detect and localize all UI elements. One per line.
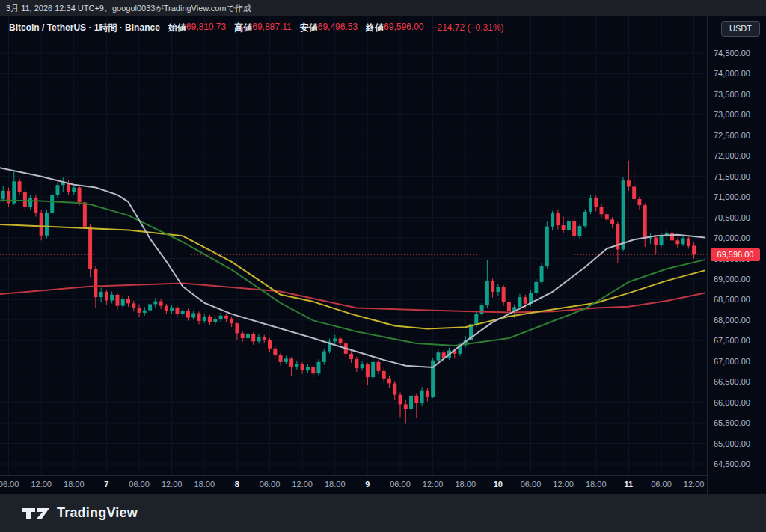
- candle-body: [670, 233, 674, 240]
- time-tick-label: 12:00: [154, 480, 190, 489]
- candle-body: [273, 349, 277, 355]
- candle-body: [7, 191, 10, 203]
- candle-body: [165, 306, 168, 311]
- candle-body: [480, 305, 484, 314]
- candle-body: [78, 188, 82, 203]
- candle-body: [675, 240, 679, 244]
- candle-body: [349, 354, 353, 359]
- time-tick-label: 18:00: [56, 480, 92, 489]
- ohlc-value: 69,810.73: [186, 22, 226, 34]
- time-tick-label: 12:00: [545, 480, 581, 489]
- ohlc-pair: 終値69,596.00: [366, 22, 423, 34]
- candle-body: [627, 180, 631, 186]
- ma-green: [0, 201, 705, 346]
- ma-yellow: [0, 224, 705, 329]
- candle-body: [263, 337, 266, 340]
- time-tick-label: 18:00: [186, 480, 222, 489]
- candle-body: [474, 314, 478, 325]
- time-tick-label: 8: [219, 480, 255, 489]
- candle-body: [219, 316, 223, 319]
- candle-body: [605, 214, 609, 219]
- price-tick-label: 73,000.00: [714, 109, 750, 120]
- time-tick-label: 10: [480, 480, 516, 489]
- candle-body: [279, 355, 283, 362]
- price-axis[interactable]: USDT 69,596.00 74,500.0074,000.0073,500.…: [707, 16, 766, 494]
- candle-body: [485, 281, 489, 305]
- time-tick-label: 12:00: [284, 480, 320, 489]
- candle-body: [208, 317, 212, 322]
- price-tick-label: 66,500.00: [714, 376, 750, 387]
- candle-body: [132, 303, 135, 308]
- candle-body: [50, 195, 54, 213]
- candle-body: [115, 295, 119, 306]
- price-tick-label: 71,000.00: [714, 192, 750, 202]
- candlestick-chart[interactable]: [0, 16, 707, 475]
- price-tick-label: 70,500.00: [714, 213, 750, 223]
- ohlc-value: 69,596.00: [384, 22, 423, 34]
- candle-body: [524, 297, 527, 304]
- candle-body: [148, 304, 152, 310]
- candle-body: [545, 227, 549, 266]
- candle-body: [18, 181, 22, 192]
- candle-body: [654, 238, 658, 245]
- candle-body: [192, 314, 195, 318]
- candle-body: [224, 316, 228, 319]
- candle-body: [110, 295, 114, 301]
- candle-body: [88, 227, 92, 269]
- price-tick-label: 71,500.00: [714, 171, 750, 182]
- candle-body: [540, 266, 544, 281]
- candle-body: [159, 302, 163, 306]
- candle-body: [387, 379, 391, 384]
- time-tick-label: 7: [88, 480, 124, 489]
- candle-body: [660, 236, 664, 245]
- candle-body: [284, 358, 288, 361]
- candle-body: [692, 245, 696, 254]
- price-tick-label: 70,000.00: [714, 233, 750, 243]
- candle-body: [637, 199, 641, 205]
- ohlc-pair: 安値69,496.53: [300, 22, 358, 34]
- candle-body: [99, 292, 103, 297]
- candle-body: [175, 308, 179, 314]
- candle-body: [610, 219, 614, 224]
- price-tick-label: 72,000.00: [714, 150, 750, 161]
- candle-body: [622, 180, 625, 249]
- price-tick-label: 64,500.00: [714, 459, 750, 469]
- price-tick-label: 67,500.00: [714, 335, 750, 346]
- candle-body: [491, 281, 494, 292]
- candle-body: [1, 191, 5, 199]
- candle-body: [213, 319, 217, 322]
- candle-body: [518, 297, 521, 307]
- candle-body: [257, 337, 260, 341]
- candle-body: [268, 340, 272, 349]
- time-tick-label: 11: [610, 480, 646, 489]
- tradingview-wordmark[interactable]: TradingView: [57, 505, 138, 521]
- time-tick-label: 06:00: [513, 480, 549, 489]
- chart-pane[interactable]: Bitcoin / TetherUS · 1時間 · Binance 始値69,…: [0, 16, 707, 475]
- ohlc-value: 69,887.11: [252, 22, 292, 34]
- candle-body: [339, 339, 343, 344]
- ohlc-values: 始値69,810.73高値69,887.11安値69,496.53終値69,59…: [168, 22, 424, 34]
- candle-body: [556, 213, 560, 225]
- candle-body: [170, 308, 174, 311]
- candle-body: [55, 185, 59, 195]
- currency-toggle-button[interactable]: USDT: [721, 21, 760, 37]
- attribution-bar: 3月 11, 2026 12:34 UTC+9、googol0033がTradi…: [0, 0, 766, 16]
- tradingview-logo-icon[interactable]: [22, 505, 50, 522]
- candle-body: [306, 367, 310, 370]
- chart-legend: Bitcoin / TetherUS · 1時間 · Binance 始値69,…: [9, 22, 504, 34]
- ohlc-label: 安値: [300, 22, 318, 34]
- candle-body: [251, 334, 255, 342]
- candle-body: [181, 311, 185, 314]
- candle-body: [382, 371, 386, 379]
- candle-body: [361, 364, 364, 368]
- candle-body: [534, 282, 538, 293]
- candle-body: [355, 359, 358, 368]
- candle-body: [496, 287, 500, 292]
- time-tick-label: 18:00: [317, 480, 353, 489]
- candle-body: [301, 364, 304, 370]
- time-axis[interactable]: 06:0012:0018:00706:0012:0018:00806:0012:…: [0, 475, 707, 495]
- symbol-title[interactable]: Bitcoin / TetherUS · 1時間 · Binance: [9, 22, 160, 34]
- candle-body: [502, 287, 506, 302]
- candle-body: [45, 213, 49, 236]
- candle-body: [333, 339, 337, 342]
